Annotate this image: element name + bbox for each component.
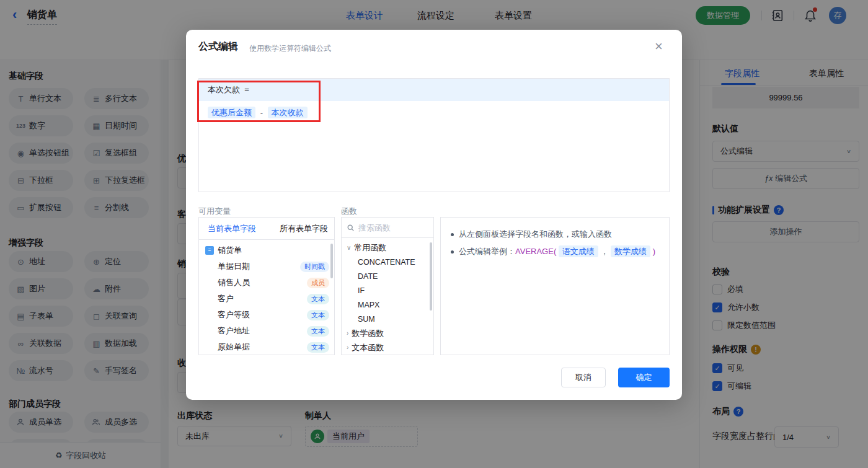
function-group[interactable]: ∨常用函数 <box>342 241 433 255</box>
bullet-icon <box>451 233 454 236</box>
variable-row[interactable]: 单据日期时间戳 <box>199 258 334 275</box>
function-search[interactable] <box>342 218 433 238</box>
type-tag: 成员 <box>307 278 329 288</box>
function-search-input[interactable] <box>358 223 420 232</box>
variable-row[interactable]: 销售人员成员 <box>199 275 334 291</box>
variables-panel: 当前表单字段 所有表单字段 ≡销货单 单据日期时间戳 销售人员成员 客户文本 客… <box>198 217 335 355</box>
tree-root[interactable]: ≡销货单 <box>199 242 334 258</box>
variable-row[interactable]: 客户等级文本 <box>199 307 334 323</box>
type-tag: 文本 <box>307 326 329 337</box>
help-line-2: 公式编辑举例：AVERAGE( 语文成绩 ， 数学成绩 ) <box>451 244 659 260</box>
type-tag: 文本 <box>307 310 329 320</box>
variable-row[interactable]: 原始单据文本 <box>199 339 334 355</box>
bullet-icon <box>451 250 454 254</box>
scrollbar[interactable] <box>430 242 432 311</box>
variable-row[interactable]: 客户地址文本 <box>199 323 334 339</box>
variables-label: 可用变量 <box>198 206 231 217</box>
function-group[interactable]: ›数学函数 <box>342 326 433 340</box>
annotation-red-box <box>197 81 321 122</box>
functions-panel: ∨常用函数 CONCATENATE DATE IF MAPX SUM ›数学函数… <box>341 217 434 355</box>
type-tag: 文本 <box>307 294 329 304</box>
variables-tabs: 当前表单字段 所有表单字段 <box>199 218 334 240</box>
function-item[interactable]: SUM <box>342 312 433 326</box>
cancel-button[interactable]: 取消 <box>561 368 606 387</box>
function-group[interactable]: ›文本函数 <box>342 340 433 355</box>
variable-row[interactable]: 客户文本 <box>199 291 334 307</box>
tab-all-form-fields[interactable]: 所有表单字段 <box>280 223 328 234</box>
example-chip: 语文成绩 <box>559 245 598 257</box>
confirm-button[interactable]: 确定 <box>618 368 670 387</box>
modal-subtitle: 使用数学运算符编辑公式 <box>249 43 331 54</box>
document-icon: ≡ <box>205 246 214 255</box>
chevron-right-icon: › <box>347 330 348 337</box>
function-item[interactable]: MAPX <box>342 298 433 312</box>
close-icon[interactable]: × <box>655 38 663 55</box>
modal-title: 公式编辑 <box>198 40 238 53</box>
function-item[interactable]: IF <box>342 283 433 298</box>
type-tag: 时间戳 <box>300 262 329 272</box>
chevron-right-icon: › <box>347 344 348 351</box>
formula-help-panel: 从左侧面板选择字段名和函数，或输入函数 公式编辑举例：AVERAGE( 语文成绩… <box>440 217 670 355</box>
help-line-1: 从左侧面板选择字段名和函数，或输入函数 <box>451 226 659 242</box>
function-item[interactable]: DATE <box>342 269 433 283</box>
functions-label: 函数 <box>341 206 357 217</box>
function-item[interactable]: CONCATENATE <box>342 255 433 269</box>
chevron-down-icon: ∨ <box>347 244 351 251</box>
type-tag: 文本 <box>307 342 329 353</box>
example-chip: 数学成绩 <box>611 245 650 257</box>
search-icon <box>347 224 355 232</box>
scrollbar[interactable] <box>330 244 333 278</box>
tab-current-form-fields[interactable]: 当前表单字段 <box>208 223 256 234</box>
